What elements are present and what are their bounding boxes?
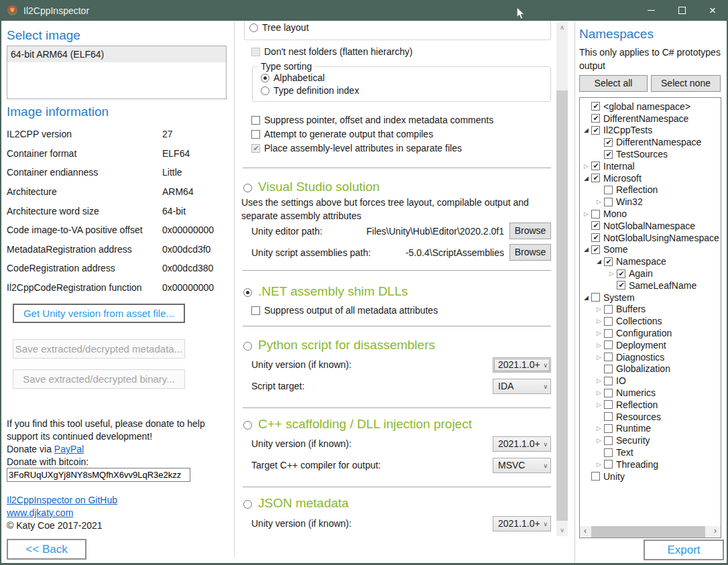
namespace-checkbox[interactable] — [591, 126, 600, 135]
namespace-checkbox[interactable] — [604, 305, 613, 314]
cpp-unity-version-dropdown[interactable]: 2021.1.0+∨ — [493, 436, 551, 452]
vs-solution-section-header[interactable]: Visual Studio solution — [243, 180, 379, 194]
collapse-arrow-icon[interactable]: ◢ — [581, 246, 591, 253]
unity-editor-path-value[interactable]: Files\Unity\Hub\Editor\2020.2.0f1 — [322, 226, 509, 237]
expand-arrow-icon[interactable]: ▷ — [594, 437, 604, 444]
namespace-checkbox[interactable] — [591, 233, 600, 242]
vs-solution-radio[interactable] — [243, 184, 252, 192]
namespace-tree-item[interactable]: ◢Some — [580, 244, 721, 256]
scrollbar-thumb[interactable] — [591, 526, 705, 538]
shim-dlls-section-header[interactable]: .NET assembly shim DLLs — [243, 284, 408, 299]
collapse-arrow-icon[interactable]: ◢ — [581, 175, 591, 182]
namespace-checkbox[interactable] — [604, 340, 613, 349]
expand-arrow-icon[interactable]: ▷ — [594, 354, 604, 361]
collapse-arrow-icon[interactable]: ◢ — [581, 127, 591, 133]
expand-arrow-icon[interactable]: ▷ — [594, 306, 604, 312]
namespace-tree-item[interactable]: ◢Il2CppTests — [580, 125, 721, 137]
json-metadata-radio[interactable] — [243, 500, 252, 509]
namespace-checkbox[interactable] — [604, 198, 613, 206]
cpp-scaffolding-section-header[interactable]: C++ scaffolding / DLL injection project — [243, 417, 472, 432]
namespace-checkbox[interactable] — [604, 150, 613, 159]
namespace-checkbox[interactable] — [604, 353, 613, 361]
minimize-button[interactable] — [635, 0, 666, 21]
namespace-tree-item[interactable]: ◢System — [580, 292, 721, 304]
namespace-tree-item[interactable]: ▷Security — [580, 434, 721, 446]
attempt-compile-option[interactable]: Attempt to generate output that compiles — [251, 130, 433, 139]
sort-typedef-radio[interactable] — [261, 86, 269, 95]
expand-arrow-icon[interactable]: ▷ — [594, 401, 604, 408]
paypal-link[interactable]: PayPal — [54, 444, 84, 454]
namespace-tree-item[interactable]: ▷Win32 — [580, 196, 721, 208]
suppress-metadata-attrs-checkbox[interactable] — [251, 306, 260, 315]
namespace-checkbox[interactable] — [604, 436, 613, 445]
github-link[interactable]: Il2CppInspector on GitHub — [7, 495, 117, 505]
flatten-hierarchy-option[interactable]: Don't nest folders (flatten hierarchy) — [251, 48, 412, 57]
image-list-item[interactable]: 64-bit ARM64 (ELF64) — [7, 46, 226, 62]
namespace-tree-item[interactable]: NotGlobalNamespace — [580, 220, 721, 232]
namespace-tree-item[interactable]: ▷Deployment — [580, 339, 721, 351]
namespace-tree-item[interactable]: ▷Buffers — [580, 304, 721, 316]
image-listbox[interactable]: 64-bit ARM64 (ELF64) — [7, 46, 227, 99]
namespace-tree-item[interactable]: ◢Namespace — [580, 255, 721, 267]
namespaces-tree[interactable]: <global namespace>DifferentNamespace◢Il2… — [579, 97, 721, 538]
get-unity-version-button[interactable]: Get Unity version from asset file... — [13, 304, 185, 323]
sort-typedef-option[interactable]: Type definition index — [261, 86, 359, 96]
sort-alphabetical-option[interactable]: Alphabetical — [261, 74, 324, 83]
python-script-radio[interactable] — [243, 342, 252, 351]
scrollbar-thumb[interactable] — [556, 90, 568, 521]
close-button[interactable]: × — [697, 0, 728, 21]
namespace-checkbox[interactable] — [591, 210, 600, 218]
expand-arrow-icon[interactable]: ▷ — [581, 163, 591, 170]
namespace-checkbox[interactable] — [604, 138, 613, 147]
namespace-checkbox[interactable] — [591, 221, 600, 230]
back-button[interactable]: << Back — [7, 539, 86, 560]
flatten-hierarchy-checkbox[interactable] — [251, 48, 260, 56]
scroll-right-icon[interactable]: › — [710, 526, 721, 538]
namespace-checkbox[interactable] — [604, 186, 613, 194]
namespace-checkbox[interactable] — [617, 269, 625, 278]
namespace-checkbox[interactable] — [591, 162, 600, 170]
select-all-button[interactable]: Select all — [579, 75, 648, 92]
json-metadata-section-header[interactable]: JSON metadata — [243, 496, 349, 511]
namespace-checkbox[interactable] — [591, 293, 600, 302]
expand-arrow-icon[interactable]: ▷ — [594, 342, 604, 349]
save-metadata-button[interactable]: Save extracted/decrypted metadata... — [13, 339, 185, 359]
expand-arrow-icon[interactable]: ▷ — [594, 461, 604, 468]
namespace-checkbox[interactable] — [591, 114, 600, 123]
namespace-tree-item[interactable]: DifferentNamespace — [580, 113, 721, 125]
namespace-checkbox[interactable] — [604, 412, 613, 421]
expand-arrow-icon[interactable]: ▷ — [594, 198, 604, 205]
separate-attrs-checkbox[interactable] — [251, 144, 260, 153]
website-link[interactable]: www.djkaty.com — [7, 507, 73, 518]
namespace-checkbox[interactable] — [604, 257, 613, 266]
namespace-checkbox[interactable] — [604, 400, 613, 409]
namespace-checkbox[interactable] — [604, 389, 613, 397]
expand-arrow-icon[interactable]: ▷ — [607, 270, 617, 277]
cpp-compiler-dropdown[interactable]: MSVC∨ — [493, 458, 551, 473]
scroll-down-icon[interactable]: ∨ — [556, 525, 568, 536]
scroll-up-icon[interactable]: ∧ — [556, 22, 568, 34]
namespace-checkbox[interactable] — [591, 245, 600, 254]
cpp-scaffolding-radio[interactable] — [243, 421, 252, 430]
attempt-compile-checkbox[interactable] — [251, 130, 260, 139]
namespace-tree-item[interactable]: SameLeafName — [580, 279, 721, 292]
json-unity-version-dropdown[interactable]: 2021.1.0+∨ — [493, 516, 551, 531]
suppress-comments-option[interactable]: Suppress pointer, offset and index metad… — [251, 116, 493, 125]
namespace-checkbox[interactable] — [604, 329, 613, 338]
namespace-checkbox[interactable] — [617, 281, 625, 290]
tree-layout-radio[interactable] — [249, 23, 258, 32]
namespace-tree-item[interactable]: ▷Again — [580, 267, 721, 279]
namespace-tree-item[interactable]: NotGlobalUsingNamespace — [580, 232, 721, 244]
tree-horizontal-scrollbar[interactable]: ‹ › — [580, 526, 721, 538]
python-script-section-header[interactable]: Python script for disassemblers — [243, 338, 435, 353]
namespace-tree-item[interactable]: ▷Threading — [580, 458, 721, 470]
browse-assemblies-path-button[interactable]: Browse — [509, 244, 551, 261]
namespace-tree-item[interactable]: ▷Internal — [580, 160, 721, 172]
namespace-checkbox[interactable] — [591, 472, 600, 481]
namespace-tree-item[interactable]: <global namespace> — [580, 101, 721, 113]
expand-arrow-icon[interactable]: ▷ — [594, 318, 604, 324]
namespace-tree-item[interactable]: TestSources — [580, 148, 721, 160]
expand-arrow-icon[interactable]: ▷ — [594, 389, 604, 396]
namespace-tree-item[interactable]: ◢Microsoft — [580, 172, 721, 184]
shim-dlls-radio[interactable] — [243, 288, 252, 297]
